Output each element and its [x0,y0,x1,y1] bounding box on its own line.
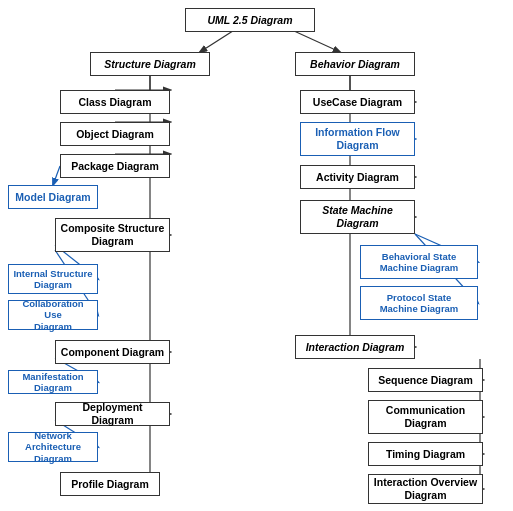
node-composite: Composite StructureDiagram [55,218,170,252]
node-uml: UML 2.5 Diagram [185,8,315,32]
node-communication: CommunicationDiagram [368,400,483,434]
node-sequence: Sequence Diagram [368,368,483,392]
node-activity: Activity Diagram [300,165,415,189]
node-object: Object Diagram [60,122,170,146]
node-statemachine: State MachineDiagram [300,200,415,234]
node-profile: Profile Diagram [60,472,160,496]
svg-line-11 [53,166,60,185]
node-interactionoverview: Interaction OverviewDiagram [368,474,483,504]
node-package: Package Diagram [60,154,170,178]
node-collabuse: Collaboration UseDiagram [8,300,98,330]
node-model: Model Diagram [8,185,98,209]
node-internal: Internal StructureDiagram [8,264,98,294]
node-class: Class Diagram [60,90,170,114]
node-usecase: UseCase Diagram [300,90,415,114]
node-behavioralstate: Behavioral StateMachine Diagram [360,245,478,279]
node-component: Component Diagram [55,340,170,364]
node-manifestation: Manifestation Diagram [8,370,98,394]
node-timing: Timing Diagram [368,442,483,466]
node-network: Network ArchitectureDiagram [8,432,98,462]
node-interaction: Interaction Diagram [295,335,415,359]
node-behavior: Behavior Diagram [295,52,415,76]
node-infoflow: Information FlowDiagram [300,122,415,156]
node-structure: Structure Diagram [90,52,210,76]
node-deployment: Deployment Diagram [55,402,170,426]
node-protocolstate: Protocol StateMachine Diagram [360,286,478,320]
diagram-container: UML 2.5 Diagram Structure Diagram Behavi… [0,0,513,511]
